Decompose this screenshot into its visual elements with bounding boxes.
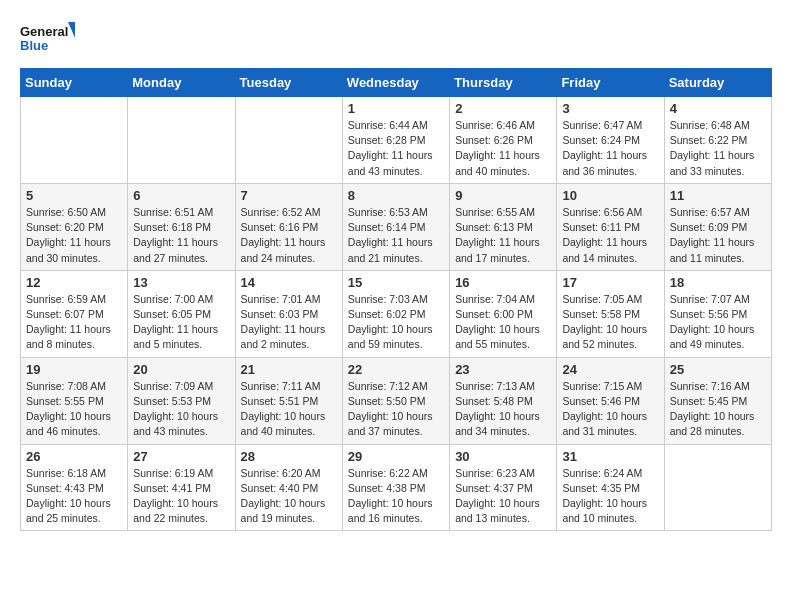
day-info: Sunrise: 6:53 AM Sunset: 6:14 PM Dayligh… [348, 205, 444, 266]
day-header-tuesday: Tuesday [235, 69, 342, 97]
calendar-day-17: 17Sunrise: 7:05 AM Sunset: 5:58 PM Dayli… [557, 270, 664, 357]
day-number: 26 [26, 449, 122, 464]
calendar-empty-cell [235, 97, 342, 184]
calendar-day-10: 10Sunrise: 6:56 AM Sunset: 6:11 PM Dayli… [557, 183, 664, 270]
day-number: 8 [348, 188, 444, 203]
calendar-week-4: 19Sunrise: 7:08 AM Sunset: 5:55 PM Dayli… [21, 357, 772, 444]
day-number: 17 [562, 275, 658, 290]
day-number: 24 [562, 362, 658, 377]
calendar-day-25: 25Sunrise: 7:16 AM Sunset: 5:45 PM Dayli… [664, 357, 771, 444]
calendar-day-19: 19Sunrise: 7:08 AM Sunset: 5:55 PM Dayli… [21, 357, 128, 444]
day-info: Sunrise: 6:20 AM Sunset: 4:40 PM Dayligh… [241, 466, 337, 527]
day-number: 31 [562, 449, 658, 464]
day-number: 28 [241, 449, 337, 464]
svg-text:Blue: Blue [20, 38, 48, 53]
calendar-day-3: 3Sunrise: 6:47 AM Sunset: 6:24 PM Daylig… [557, 97, 664, 184]
day-number: 22 [348, 362, 444, 377]
day-info: Sunrise: 7:01 AM Sunset: 6:03 PM Dayligh… [241, 292, 337, 353]
day-info: Sunrise: 7:16 AM Sunset: 5:45 PM Dayligh… [670, 379, 766, 440]
day-info: Sunrise: 6:57 AM Sunset: 6:09 PM Dayligh… [670, 205, 766, 266]
day-header-monday: Monday [128, 69, 235, 97]
day-info: Sunrise: 7:05 AM Sunset: 5:58 PM Dayligh… [562, 292, 658, 353]
day-number: 9 [455, 188, 551, 203]
calendar-day-5: 5Sunrise: 6:50 AM Sunset: 6:20 PM Daylig… [21, 183, 128, 270]
day-info: Sunrise: 6:50 AM Sunset: 6:20 PM Dayligh… [26, 205, 122, 266]
day-number: 29 [348, 449, 444, 464]
logo: General Blue [20, 20, 75, 60]
calendar-day-29: 29Sunrise: 6:22 AM Sunset: 4:38 PM Dayli… [342, 444, 449, 531]
day-number: 18 [670, 275, 766, 290]
day-header-friday: Friday [557, 69, 664, 97]
day-header-wednesday: Wednesday [342, 69, 449, 97]
day-number: 23 [455, 362, 551, 377]
day-info: Sunrise: 7:03 AM Sunset: 6:02 PM Dayligh… [348, 292, 444, 353]
day-header-sunday: Sunday [21, 69, 128, 97]
calendar-day-2: 2Sunrise: 6:46 AM Sunset: 6:26 PM Daylig… [450, 97, 557, 184]
day-info: Sunrise: 6:59 AM Sunset: 6:07 PM Dayligh… [26, 292, 122, 353]
calendar-week-2: 5Sunrise: 6:50 AM Sunset: 6:20 PM Daylig… [21, 183, 772, 270]
day-number: 25 [670, 362, 766, 377]
calendar-week-1: 1Sunrise: 6:44 AM Sunset: 6:28 PM Daylig… [21, 97, 772, 184]
day-info: Sunrise: 6:19 AM Sunset: 4:41 PM Dayligh… [133, 466, 229, 527]
calendar-day-26: 26Sunrise: 6:18 AM Sunset: 4:43 PM Dayli… [21, 444, 128, 531]
day-number: 12 [26, 275, 122, 290]
day-info: Sunrise: 6:48 AM Sunset: 6:22 PM Dayligh… [670, 118, 766, 179]
calendar-day-27: 27Sunrise: 6:19 AM Sunset: 4:41 PM Dayli… [128, 444, 235, 531]
day-info: Sunrise: 6:56 AM Sunset: 6:11 PM Dayligh… [562, 205, 658, 266]
day-number: 20 [133, 362, 229, 377]
calendar-day-21: 21Sunrise: 7:11 AM Sunset: 5:51 PM Dayli… [235, 357, 342, 444]
day-info: Sunrise: 7:11 AM Sunset: 5:51 PM Dayligh… [241, 379, 337, 440]
day-info: Sunrise: 7:12 AM Sunset: 5:50 PM Dayligh… [348, 379, 444, 440]
day-info: Sunrise: 7:13 AM Sunset: 5:48 PM Dayligh… [455, 379, 551, 440]
day-number: 13 [133, 275, 229, 290]
calendar-header-row: SundayMondayTuesdayWednesdayThursdayFrid… [21, 69, 772, 97]
day-number: 2 [455, 101, 551, 116]
calendar-day-16: 16Sunrise: 7:04 AM Sunset: 6:00 PM Dayli… [450, 270, 557, 357]
day-number: 3 [562, 101, 658, 116]
day-number: 6 [133, 188, 229, 203]
day-number: 21 [241, 362, 337, 377]
calendar-empty-cell [664, 444, 771, 531]
calendar-table: SundayMondayTuesdayWednesdayThursdayFrid… [20, 68, 772, 531]
calendar-day-8: 8Sunrise: 6:53 AM Sunset: 6:14 PM Daylig… [342, 183, 449, 270]
day-info: Sunrise: 6:23 AM Sunset: 4:37 PM Dayligh… [455, 466, 551, 527]
day-info: Sunrise: 6:22 AM Sunset: 4:38 PM Dayligh… [348, 466, 444, 527]
day-number: 15 [348, 275, 444, 290]
calendar-empty-cell [21, 97, 128, 184]
calendar-day-23: 23Sunrise: 7:13 AM Sunset: 5:48 PM Dayli… [450, 357, 557, 444]
calendar-day-15: 15Sunrise: 7:03 AM Sunset: 6:02 PM Dayli… [342, 270, 449, 357]
day-number: 27 [133, 449, 229, 464]
calendar-day-24: 24Sunrise: 7:15 AM Sunset: 5:46 PM Dayli… [557, 357, 664, 444]
day-number: 14 [241, 275, 337, 290]
day-info: Sunrise: 6:18 AM Sunset: 4:43 PM Dayligh… [26, 466, 122, 527]
day-info: Sunrise: 7:04 AM Sunset: 6:00 PM Dayligh… [455, 292, 551, 353]
day-info: Sunrise: 7:08 AM Sunset: 5:55 PM Dayligh… [26, 379, 122, 440]
day-info: Sunrise: 6:52 AM Sunset: 6:16 PM Dayligh… [241, 205, 337, 266]
svg-marker-2 [68, 22, 75, 38]
day-number: 5 [26, 188, 122, 203]
svg-text:General: General [20, 24, 68, 39]
calendar-empty-cell [128, 97, 235, 184]
calendar-day-13: 13Sunrise: 7:00 AM Sunset: 6:05 PM Dayli… [128, 270, 235, 357]
day-info: Sunrise: 7:07 AM Sunset: 5:56 PM Dayligh… [670, 292, 766, 353]
day-number: 10 [562, 188, 658, 203]
day-info: Sunrise: 6:46 AM Sunset: 6:26 PM Dayligh… [455, 118, 551, 179]
day-info: Sunrise: 6:24 AM Sunset: 4:35 PM Dayligh… [562, 466, 658, 527]
logo-svg: General Blue [20, 20, 75, 60]
calendar-day-22: 22Sunrise: 7:12 AM Sunset: 5:50 PM Dayli… [342, 357, 449, 444]
calendar-day-20: 20Sunrise: 7:09 AM Sunset: 5:53 PM Dayli… [128, 357, 235, 444]
calendar-day-31: 31Sunrise: 6:24 AM Sunset: 4:35 PM Dayli… [557, 444, 664, 531]
calendar-day-30: 30Sunrise: 6:23 AM Sunset: 4:37 PM Dayli… [450, 444, 557, 531]
day-number: 30 [455, 449, 551, 464]
calendar-day-28: 28Sunrise: 6:20 AM Sunset: 4:40 PM Dayli… [235, 444, 342, 531]
day-number: 16 [455, 275, 551, 290]
day-info: Sunrise: 7:09 AM Sunset: 5:53 PM Dayligh… [133, 379, 229, 440]
day-number: 11 [670, 188, 766, 203]
calendar-week-3: 12Sunrise: 6:59 AM Sunset: 6:07 PM Dayli… [21, 270, 772, 357]
calendar-day-9: 9Sunrise: 6:55 AM Sunset: 6:13 PM Daylig… [450, 183, 557, 270]
day-info: Sunrise: 6:55 AM Sunset: 6:13 PM Dayligh… [455, 205, 551, 266]
calendar-day-7: 7Sunrise: 6:52 AM Sunset: 6:16 PM Daylig… [235, 183, 342, 270]
day-number: 7 [241, 188, 337, 203]
day-number: 19 [26, 362, 122, 377]
day-header-thursday: Thursday [450, 69, 557, 97]
